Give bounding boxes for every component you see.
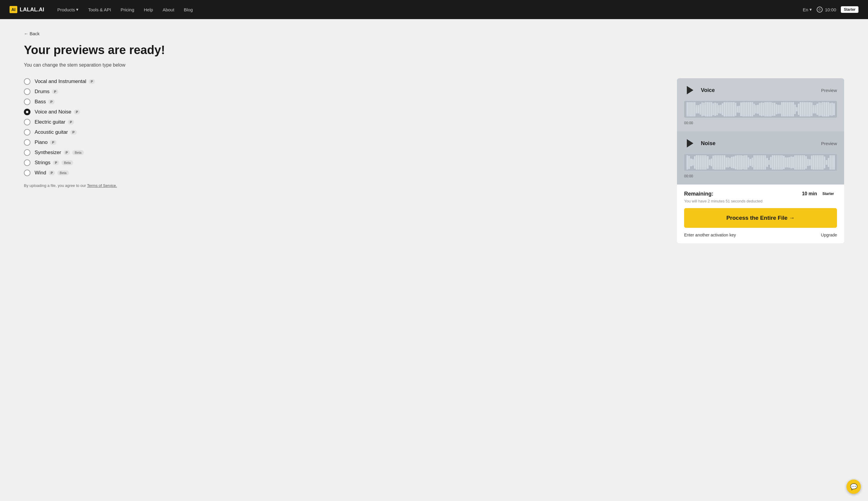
stem-option-electric-guitar[interactable]: Electric guitar P [24,119,663,125]
stem-option-synthesizer[interactable]: Synthesizer PBeta [24,149,663,156]
voice-audio-section: Voice Preview 00:00 [677,78,844,131]
navbar: AI LALAL.AI Products ▾ Tools & API Prici… [0,0,868,19]
stem-option-piano[interactable]: Piano P [24,139,663,146]
stem-label-electric-guitar: Electric guitar P [35,119,74,125]
terms-link[interactable]: Terms of Service. [87,183,117,188]
deducted-text: You will have 2 minutes 51 seconds deduc… [684,199,837,203]
pro-badge: P [48,170,55,175]
radio-wind [24,170,31,176]
stem-label-vocal-instrumental: Vocal and Instrumental P [35,78,95,85]
logo-icon: AI [10,6,17,13]
clock-icon: ⏱ [817,7,823,12]
noise-preview-label[interactable]: Preview [821,141,837,146]
voice-track-name: Voice [701,87,715,94]
timer-badge: ⏱ 10:00 [817,7,836,12]
language-selector[interactable]: En ▾ [803,7,812,12]
radio-piano [24,139,31,146]
pro-badge: P [52,89,58,94]
noise-play-area: Noise [684,137,715,149]
noise-timestamp: 00:00 [684,174,693,178]
stem-label-synthesizer: Synthesizer PBeta [35,150,84,156]
stem-option-strings[interactable]: Strings PBeta [24,159,663,166]
plan-badge: Starter [841,6,858,13]
nav-links: Products ▾ Tools & API Pricing Help Abou… [54,4,793,15]
nav-about[interactable]: About [159,5,178,15]
beta-badge: Beta [62,160,73,165]
stem-options-list: Vocal and Instrumental PDrums PBass PVoi… [24,78,663,176]
radio-voice-noise [24,109,31,115]
chat-icon: 💬 [850,483,858,490]
nav-products[interactable]: Products ▾ [54,4,82,15]
voice-waveform [684,101,837,118]
stem-label-wind: Wind PBeta [35,170,69,176]
remaining-row: Remaining: 10 min Starter [684,191,837,197]
chevron-down-icon: ▾ [76,7,78,12]
noise-track-name: Noise [701,140,715,147]
terms-text: By uploading a file, you agree to our Te… [24,183,663,188]
nav-tools[interactable]: Tools & API [85,5,115,15]
stem-option-drums[interactable]: Drums P [24,88,663,95]
remaining-minutes: 10 min [802,191,817,196]
upgrade-link[interactable]: Upgrade [821,233,837,237]
radio-bass [24,98,31,105]
main-content: ← Back Your previews are ready! You can … [0,19,868,501]
stem-label-piano: Piano P [35,139,56,146]
radio-acoustic-guitar [24,129,31,136]
logo-text: LALAL.AI [20,7,44,13]
voice-preview-label[interactable]: Preview [821,88,837,93]
stem-label-acoustic-guitar: Acoustic guitar P [35,129,77,135]
chat-bubble-button[interactable]: 💬 [847,480,861,494]
pro-badge: P [48,99,55,104]
nav-help[interactable]: Help [140,5,157,15]
noise-audio-section: Noise Preview 00:00 [677,131,844,184]
radio-drums [24,88,31,95]
stem-option-vocal-instrumental[interactable]: Vocal and Instrumental P [24,78,663,85]
stem-options-panel: Vocal and Instrumental PDrums PBass PVoi… [24,78,663,188]
stem-option-acoustic-guitar[interactable]: Acoustic guitar P [24,129,663,136]
stem-option-voice-noise[interactable]: Voice and Noise P [24,109,663,115]
pro-badge: P [64,150,70,155]
noise-play-button[interactable] [684,137,696,149]
play-icon [687,139,693,148]
pro-badge: P [68,120,74,125]
stem-option-bass[interactable]: Bass P [24,98,663,105]
pro-badge: P [70,130,77,135]
radio-strings [24,159,31,166]
stem-label-voice-noise: Voice and Noise P [35,109,80,115]
page-title: Your previews are ready! [24,43,844,57]
logo[interactable]: AI LALAL.AI [10,6,44,13]
beta-badge: Beta [72,150,84,155]
stem-label-bass: Bass P [35,99,55,105]
remaining-label: Remaining: [684,191,713,197]
right-panel: Voice Preview 00:00 Noise Preview [677,78,844,243]
radio-vocal-instrumental [24,78,31,85]
process-file-button[interactable]: Process the Entire File → [684,208,837,228]
radio-electric-guitar [24,119,31,125]
voice-audio-header: Voice Preview [684,84,837,96]
activation-key-link[interactable]: Enter another activation key [684,233,736,237]
remaining-value-area: 10 min Starter [802,191,837,197]
pro-badge: P [89,79,95,84]
nav-right: En ▾ ⏱ 10:00 Starter [803,6,858,13]
noise-waveform [684,154,837,171]
pro-badge: P [74,109,80,114]
chevron-down-icon: ▾ [810,7,812,12]
back-link[interactable]: ← Back [24,31,844,36]
voice-timestamp: 00:00 [684,121,693,125]
voice-play-area: Voice [684,84,715,96]
beta-badge: Beta [57,170,69,175]
noise-audio-header: Noise Preview [684,137,837,149]
stem-label-drums: Drums P [35,89,58,95]
stem-label-strings: Strings PBeta [35,160,73,166]
pro-badge: P [50,140,56,145]
activation-row: Enter another activation key Upgrade [684,233,837,237]
voice-play-button[interactable] [684,84,696,96]
nav-blog[interactable]: Blog [180,5,196,15]
pro-badge: P [53,160,59,165]
nav-pricing[interactable]: Pricing [117,5,138,15]
stem-option-wind[interactable]: Wind PBeta [24,170,663,176]
remaining-plan-badge: Starter [820,191,837,197]
play-icon [687,86,693,94]
process-panel: Remaining: 10 min Starter You will have … [677,184,844,243]
content-grid: Vocal and Instrumental PDrums PBass PVoi… [24,78,844,243]
